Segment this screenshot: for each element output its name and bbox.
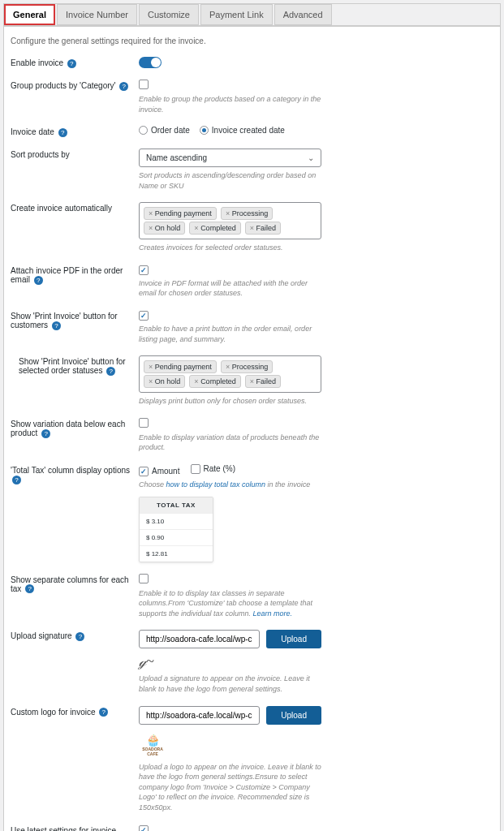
- variation-data-checkbox[interactable]: [139, 418, 149, 428]
- check-rate[interactable]: Rate (%): [191, 464, 235, 474]
- auto-invoice-chipbox[interactable]: Pending payment Processing On hold Compl…: [139, 202, 321, 239]
- upload-signature-label: Upload signature ?: [11, 630, 139, 641]
- group-category-checkbox[interactable]: [139, 80, 149, 89]
- print-button-hint: Enable to have a print button in the ord…: [139, 324, 321, 344]
- help-icon[interactable]: ?: [52, 321, 61, 330]
- radio-order-date[interactable]: Order date: [139, 126, 190, 135]
- chip-processing[interactable]: Processing: [221, 360, 273, 373]
- print-button-label: Show 'Print Invoice' button for customer…: [11, 310, 139, 330]
- tab-payment-link[interactable]: Payment Link: [200, 4, 273, 25]
- invoice-date-label: Invoice date ?: [11, 126, 139, 137]
- variation-data-label: Show variation data below each product ?: [11, 418, 139, 438]
- tab-general[interactable]: General: [4, 4, 55, 25]
- sort-products-select[interactable]: Name ascending: [139, 149, 321, 167]
- print-statuses-label: Show 'Print Invoice' button for selected…: [11, 355, 139, 376]
- chip-failed[interactable]: Failed: [245, 222, 281, 235]
- separate-tax-label: Show separate columns for each tax ?: [11, 574, 139, 594]
- logo-upload-button[interactable]: Upload: [266, 706, 321, 725]
- print-statuses-hint: Displays print button only for chosen or…: [139, 396, 321, 407]
- signature-url-input[interactable]: [139, 630, 260, 648]
- custom-logo-label: Custom logo for invoice ?: [11, 706, 139, 717]
- group-category-label: Group products by 'Category' ?: [11, 80, 139, 91]
- help-icon[interactable]: ?: [119, 82, 128, 91]
- tax-preview-table: TOTAL TAX $ 3.10 $ 0.90 $ 12.81: [139, 497, 213, 562]
- tax-hint-link[interactable]: how to display total tax column: [166, 480, 266, 489]
- help-icon[interactable]: ?: [34, 276, 43, 285]
- help-icon[interactable]: ?: [41, 429, 50, 438]
- sort-products-label: Sort products by: [11, 149, 139, 159]
- radio-invoice-created-date[interactable]: Invoice created date: [200, 126, 285, 135]
- enable-invoice-label: Enable invoice ?: [11, 57, 139, 68]
- chip-onhold[interactable]: On hold: [144, 222, 185, 235]
- settings-tabs: General Invoice Number Customize Payment…: [3, 3, 501, 26]
- chip-onhold[interactable]: On hold: [144, 375, 185, 388]
- separate-tax-link[interactable]: Learn more.: [253, 609, 293, 618]
- help-icon[interactable]: ?: [67, 59, 76, 68]
- help-icon[interactable]: ?: [106, 367, 115, 376]
- help-icon[interactable]: ?: [12, 476, 21, 484]
- attach-pdf-checkbox[interactable]: [139, 265, 149, 275]
- chip-completed[interactable]: Completed: [189, 375, 240, 388]
- enable-invoice-toggle[interactable]: [139, 57, 162, 68]
- logo-url-input[interactable]: [139, 706, 260, 725]
- help-icon[interactable]: ?: [75, 632, 84, 641]
- signature-preview: ℊ~: [139, 653, 321, 670]
- auto-invoice-label: Create invoice automatically: [11, 202, 139, 213]
- signature-hint: Upload a signature to appear on the invo…: [139, 674, 321, 694]
- check-amount[interactable]: Amount: [139, 467, 179, 476]
- tab-customize[interactable]: Customize: [139, 4, 199, 25]
- print-statuses-chipbox[interactable]: Pending payment Processing On hold Compl…: [139, 355, 321, 393]
- total-tax-label: 'Total Tax' column display options ?: [11, 464, 139, 484]
- chip-processing[interactable]: Processing: [221, 207, 273, 220]
- help-icon[interactable]: ?: [25, 584, 34, 593]
- logo-hint: Upload a logo to appear on the invoice. …: [139, 762, 321, 813]
- cupcake-icon: 🧁: [146, 734, 160, 747]
- signature-upload-button[interactable]: Upload: [266, 630, 321, 648]
- help-icon[interactable]: ?: [99, 708, 108, 717]
- latest-settings-label: Use latest settings for invoice: [11, 825, 139, 831]
- chip-completed[interactable]: Completed: [189, 222, 240, 235]
- print-button-checkbox[interactable]: [139, 311, 149, 321]
- separate-tax-hint: Enable it to to display tax classes in s…: [139, 588, 321, 619]
- help-icon[interactable]: ?: [58, 128, 67, 137]
- chip-pending[interactable]: Pending payment: [144, 360, 217, 373]
- tab-advanced[interactable]: Advanced: [274, 4, 332, 25]
- total-tax-hint: Choose how to display total tax column i…: [139, 480, 321, 490]
- separate-tax-checkbox[interactable]: [139, 574, 149, 583]
- chip-pending[interactable]: Pending payment: [144, 207, 217, 220]
- latest-settings-checkbox[interactable]: [139, 825, 149, 831]
- logo-preview: 🧁 SOADORA CAFE: [139, 731, 166, 759]
- attach-pdf-hint: Invoice in PDF format will be attached w…: [139, 278, 321, 299]
- settings-content: Configure the general settings required …: [3, 26, 501, 831]
- chip-failed[interactable]: Failed: [245, 375, 281, 388]
- tab-invoice-number[interactable]: Invoice Number: [57, 4, 137, 25]
- sort-products-hint: Sort products in ascending/descending or…: [139, 170, 321, 191]
- auto-invoice-hint: Creates invoices for selected order stat…: [139, 243, 321, 253]
- attach-pdf-label: Attach invoice PDF in the order email ?: [11, 265, 139, 285]
- group-category-hint: Enable to group the products based on a …: [139, 94, 321, 114]
- intro-text: Configure the general settings required …: [11, 37, 493, 45]
- variation-data-hint: Enable to display variation data of prod…: [139, 433, 321, 453]
